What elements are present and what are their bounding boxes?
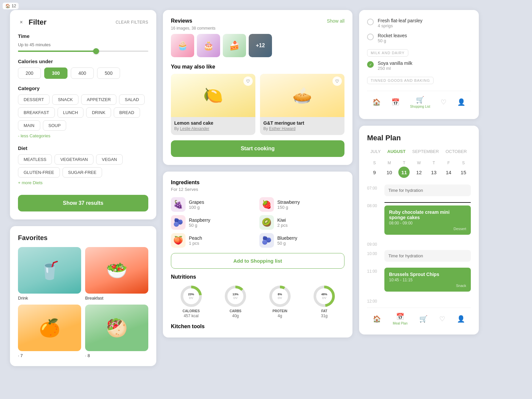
meal-nav-home[interactable]: 🏠: [373, 315, 381, 323]
tag-sugar-free[interactable]: SUGAR-FREE: [63, 167, 102, 178]
lemon-cake-heart[interactable]: ♡: [243, 76, 253, 86]
rocket-checkbox[interactable]: [367, 34, 374, 40]
less-categories-toggle[interactable]: - less Categories: [18, 133, 51, 138]
recipe-card-meringue[interactable]: 🥧 ♡ G&T meringue tart By Esther Howard: [260, 74, 344, 135]
calendar-nav-icon: 📅: [391, 98, 400, 106]
hydration-event-2[interactable]: Time for hydration: [384, 250, 471, 262]
carbs-name: CARBS: [229, 309, 241, 313]
range-thumb[interactable]: [93, 48, 99, 54]
review-img-2: 🎂: [197, 34, 220, 57]
recipe-card-lemon[interactable]: 🍋 ♡ Lemon sand cake By Leslie Alexander: [171, 74, 255, 135]
nav-shopping[interactable]: 🛒 Shopping List: [410, 96, 430, 108]
cal-btn-200[interactable]: 200: [18, 67, 41, 79]
soya-milk-checkbox[interactable]: ✓: [367, 61, 374, 68]
cal-day-12[interactable]: 12: [413, 167, 425, 178]
raspberry-info: Raspberry 50 g: [189, 217, 210, 228]
nav-favorites[interactable]: ♡: [441, 98, 447, 106]
tag-soup[interactable]: SOUP: [43, 120, 66, 131]
tag-lunch[interactable]: LUNCH: [58, 107, 84, 118]
time-range-track[interactable]: [18, 51, 148, 52]
favorite-item-breakfast[interactable]: 🥗 🏠 12 Breakfast: [85, 247, 148, 301]
cal-day-15[interactable]: 15: [458, 167, 469, 178]
cal-day-10[interactable]: 10: [384, 167, 395, 178]
day-name-t1: T: [397, 159, 412, 167]
protein-label: 8% DV: [268, 285, 292, 308]
carbs-value: 40g: [232, 314, 239, 318]
tag-drink[interactable]: DRINK: [86, 107, 111, 118]
home-icon-2: 🏠: [5, 4, 10, 8]
show-results-button[interactable]: Show 37 results: [18, 195, 148, 211]
tag-dessert[interactable]: DESSERT: [18, 94, 50, 105]
fat-name: FAT: [321, 309, 327, 313]
nav-calendar[interactable]: 📅: [391, 98, 400, 106]
cal-day-14[interactable]: 14: [443, 167, 454, 178]
brussels-event[interactable]: Brussels Sprout Chips 10:45 - 11:15 Snac…: [384, 268, 471, 292]
slot-0700-content: Time for hydration: [384, 185, 471, 199]
cal-btn-300[interactable]: 300: [44, 67, 67, 79]
tag-vegan[interactable]: VEGAN: [96, 154, 123, 165]
raspberry-name: Raspberry: [189, 217, 210, 223]
kiwi-info: Kiwi 2 pcs: [277, 217, 288, 228]
meringue-tart-name: G&T meringue tart: [263, 120, 341, 126]
cal-day-9[interactable]: 9: [369, 167, 380, 178]
month-october[interactable]: OCTOBER: [442, 148, 470, 155]
month-november[interactable]: NOVEM...: [470, 148, 471, 155]
tag-vegetarian[interactable]: VEGETARIAN: [55, 154, 93, 165]
month-august[interactable]: AUGUST: [384, 148, 409, 155]
grapes-icon: 🍇: [171, 197, 186, 212]
home-nav-icon: 🏠: [372, 98, 381, 106]
hydration-event-1[interactable]: Time for hydration: [384, 185, 471, 196]
favorite-drink-image: 🥤: [18, 247, 81, 294]
kiwi-name: Kiwi: [277, 217, 288, 223]
filter-title-row: × Filter: [18, 18, 47, 27]
tag-bread[interactable]: BREAD: [114, 107, 140, 118]
tag-breakfast[interactable]: BREAKFAST: [18, 107, 55, 118]
clear-filters-button[interactable]: CLEAR FILTERS: [116, 20, 148, 25]
meal-plan-nav-label: Meal Plan: [393, 322, 407, 325]
meal-nav-shopping[interactable]: 🛒: [419, 315, 428, 323]
profile-nav-icon: 👤: [457, 98, 466, 106]
nav-profile[interactable]: 👤: [457, 98, 466, 106]
meal-nav-profile[interactable]: 👤: [457, 315, 465, 323]
tag-appetizer[interactable]: APPETIZER: [81, 94, 116, 105]
favorite-breakfast-count: 12: [12, 4, 16, 8]
month-september[interactable]: SEPTEMBER: [409, 148, 442, 155]
tag-main[interactable]: MAIN: [18, 120, 40, 131]
favorite-item-drink[interactable]: 🥤 🏠 6 Drink: [18, 247, 81, 301]
close-button[interactable]: ×: [18, 19, 25, 26]
cal-day-13[interactable]: 13: [428, 167, 440, 178]
add-to-shopping-button[interactable]: Add to Shopping list: [171, 253, 344, 269]
favorite-item-4[interactable]: 🥙 · 8: [85, 305, 148, 358]
tag-salad[interactable]: SALAD: [119, 94, 145, 105]
start-cooking-button[interactable]: Start cooking: [171, 140, 344, 157]
slot-0800-content: Ruby chocolate cream mini sponge cakes 0…: [384, 202, 471, 237]
show-all-link[interactable]: Show all: [327, 18, 344, 24]
cal-btn-500[interactable]: 500: [97, 67, 120, 79]
nav-home[interactable]: 🏠: [372, 98, 381, 106]
ruby-cake-time: 08:00 - 09:00: [389, 221, 466, 225]
parsley-checkbox[interactable]: [367, 19, 374, 25]
cal-btn-400[interactable]: 400: [71, 67, 94, 79]
peach-info: Peach 1 pcs: [189, 235, 202, 246]
meringue-tart-heart[interactable]: ♡: [332, 76, 342, 86]
ruby-cake-event[interactable]: Ruby chocolate cream mini sponge cakes 0…: [384, 205, 471, 235]
day-name-t2: T: [426, 159, 441, 167]
favorites-grid: 🥤 🏠 6 Drink 🥗 🏠 12 Breakfast 🍊 · 7: [18, 247, 148, 358]
cal-day-11[interactable]: 11: [398, 167, 410, 178]
meal-nav-calendar[interactable]: 📅 Meal Plan: [393, 313, 407, 325]
heart-nav-icon: ♡: [441, 98, 447, 106]
more-diets-toggle[interactable]: + more Diets: [18, 180, 43, 185]
favorite-drink-label: Drink: [18, 296, 81, 301]
strawberry-icon: 🍓: [259, 197, 274, 212]
filter-title: Filter: [29, 18, 47, 27]
tag-gluten-free[interactable]: GLUTEN-FREE: [18, 167, 60, 178]
meal-nav-favorites[interactable]: ♡: [439, 315, 445, 323]
tag-snack[interactable]: SNACK: [52, 94, 78, 105]
meal-calendar-icon: 📅: [396, 313, 404, 321]
month-july[interactable]: JULY: [367, 148, 384, 155]
tag-meatless[interactable]: MEATLESS: [18, 154, 52, 165]
time-1200: 12:00: [367, 298, 380, 304]
recipe-suggestions: 🍋 ♡ Lemon sand cake By Leslie Alexander …: [171, 74, 344, 135]
favorite-item-3[interactable]: 🍊 · 7: [18, 305, 81, 358]
meal-home-icon: 🏠: [373, 315, 381, 323]
